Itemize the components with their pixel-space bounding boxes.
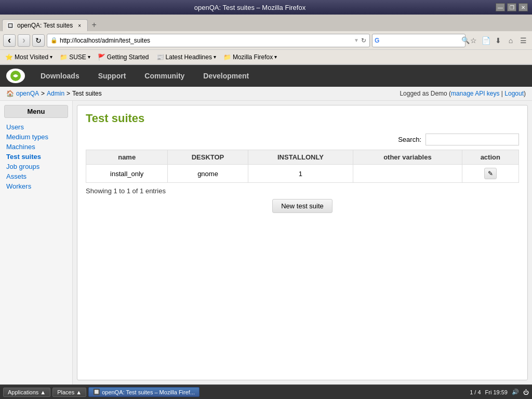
edit-button[interactable]: ✎ [484,168,497,179]
bookmark-latest-headlines[interactable]: 📰 Latest Headlines ▾ [153,52,219,62]
new-test-suite-button[interactable]: New test suite [272,199,332,213]
power-icon[interactable]: ⏻ [523,389,529,395]
applications-button[interactable]: Applications ▲ [3,388,50,397]
search-input[interactable] [381,37,459,44]
bookmark-mozilla-firefox[interactable]: 📁 Mozilla Firefox ▾ [220,52,280,62]
bookmark-label: Latest Headlines [166,54,212,61]
sidebar-item-users[interactable]: Users [4,122,68,132]
bookmark-label: SUSE [69,54,86,61]
sidebar-item-medium-types[interactable]: Medium types [4,132,68,142]
bookmark-label: Most Visited [15,54,48,61]
search-input[interactable] [425,134,519,145]
nav-icons: ☆ 📄 ⬇ ⌂ ☰ [468,35,529,46]
close-button[interactable]: ✕ [518,3,528,11]
showing-info: Showing 1 to 1 of 1 entries [86,187,519,195]
tab-close-button[interactable]: × [76,22,83,29]
manage-api-keys-link[interactable]: manage API keys [451,90,499,97]
bookmark-news-icon: 📰 [156,54,164,61]
forward-button[interactable]: › [18,34,30,47]
col-desktop: DESKTOP [168,150,248,165]
cell-action: ✎ [462,165,518,183]
nav-menu-downloads[interactable]: Downloads [31,65,89,87]
breadcrumb-bar: 🏠 openQA > Admin > Test suites Logged as… [0,87,532,101]
breadcrumb-admin[interactable]: Admin [47,90,64,97]
bookmark-arrow-icon: ▾ [50,54,52,60]
main-content: Test suites Search: name DESKTOP INSTALL… [77,105,528,380]
url-input[interactable] [60,37,352,44]
tab-bar: 🔲 openQA: Test suites × + [0,15,532,31]
browser-chrome: 🔲 openQA: Test suites × + ‹ › ↻ 🔒 ▼ ↻ G … [0,15,532,65]
tab-label: openQA: Test suites [17,22,73,29]
pager: 1 / 4 [470,389,481,395]
bookmark-folder-icon: 📁 [60,54,68,61]
clock: Fri 19:59 [485,389,508,395]
places-label: Places [57,389,74,395]
url-arrow-icon: ▼ [354,37,359,43]
nav-menu-support[interactable]: Support [89,65,136,87]
taskbar: Applications ▲ Places ▲ 🔲 openQA: Test s… [0,384,532,399]
bookmark-most-visited[interactable]: ⭐ Most Visited ▾ [2,52,56,62]
search-label: Search: [398,136,421,143]
bookmark-suse[interactable]: 📁 SUSE ▾ [57,52,94,62]
title-bar: openQA: Test suites – Mozilla Firefox — … [0,0,532,15]
nav-menu-community[interactable]: Community [135,65,194,87]
openqa-logo[interactable] [5,66,26,85]
applications-arrow-icon: ▲ [40,389,46,395]
sidebar-item-job-groups[interactable]: Job groups [4,162,68,171]
bookmark-getting-started[interactable]: 🚩 Getting Started [95,52,152,62]
address-bar[interactable]: 🔒 ▼ ↻ [47,34,370,47]
bookmark-icon[interactable]: ☆ [468,35,479,46]
download-icon[interactable]: ⬇ [493,35,504,46]
tab-favicon: 🔲 [7,22,14,29]
taskbar-window-label: openQA: Test suites – Mozilla Firef... [102,389,195,395]
nav-bar: ‹ › ↻ 🔒 ▼ ↻ G 🔍 ☆ 📄 ⬇ ⌂ ☰ [0,31,532,50]
bookmark-arrow-icon: ▾ [214,54,216,60]
home-icon: 🏠 [6,90,14,97]
breadcrumb: 🏠 openQA > Admin > Test suites [6,90,102,97]
cell-installonly: 1 [248,165,353,183]
openqa-logo-image [6,69,25,83]
sidebar-item-test-suites[interactable]: Test suites [4,152,68,162]
minimize-button[interactable]: — [496,3,505,11]
content-area: Menu Users Medium types Machines Test su… [0,101,532,384]
table-controls: Search: [86,134,519,145]
bookmark-star-icon: ⭐ [5,54,13,61]
col-other-variables: other variables [353,150,462,165]
applications-label: Applications [8,389,38,395]
search-bar[interactable]: G 🔍 [372,34,466,47]
nav-menu-development[interactable]: Development [194,65,258,87]
new-tab-button[interactable]: + [88,19,100,31]
bookmark-arrow-icon: ▾ [274,54,277,60]
bookmark-flag-icon: 🚩 [98,54,105,61]
breadcrumb-openqa[interactable]: openQA [16,90,39,97]
sidebar-item-workers[interactable]: Workers [4,181,68,191]
bookmark-arrow-icon: ▾ [88,54,90,60]
logout-link[interactable]: Logout [504,90,524,97]
sidebar-item-machines[interactable]: Machines [4,142,68,152]
user-info-sep: | [500,90,505,97]
bookmark-folder2-icon: 📁 [223,54,231,61]
bookmark-label: Getting Started [107,54,149,61]
breadcrumb-sep1: > [41,90,45,97]
back-button[interactable]: ‹ [3,34,16,47]
url-refresh-icon[interactable]: ↻ [361,37,366,44]
places-arrow-icon: ▲ [76,389,82,395]
reload-button[interactable]: ↻ [32,34,45,47]
sidebar-item-assets[interactable]: Assets [4,171,68,181]
page-title: Test suites [86,112,519,125]
breadcrumb-current: Test suites [72,90,102,97]
taskbar-window-favicon: 🔲 [93,389,100,395]
col-installonly: INSTALLONLY [248,150,353,165]
volume-icon[interactable]: 🔊 [512,389,519,395]
openqa-navbar: Downloads Support Community Development [0,65,532,87]
taskbar-window-button[interactable]: 🔲 openQA: Test suites – Mozilla Firef... [88,387,200,397]
lock-icon: 🔒 [50,37,58,44]
page-wrapper: 🏠 openQA > Admin > Test suites Logged as… [0,87,532,384]
reader-icon[interactable]: 📄 [480,35,491,46]
active-tab[interactable]: 🔲 openQA: Test suites × [2,19,88,31]
maximize-button[interactable]: ❐ [507,3,516,11]
places-button[interactable]: Places ▲ [52,388,86,397]
menu-icon[interactable]: ☰ [517,35,529,46]
home-icon[interactable]: ⌂ [505,35,516,46]
user-info-close: ) [524,90,526,97]
